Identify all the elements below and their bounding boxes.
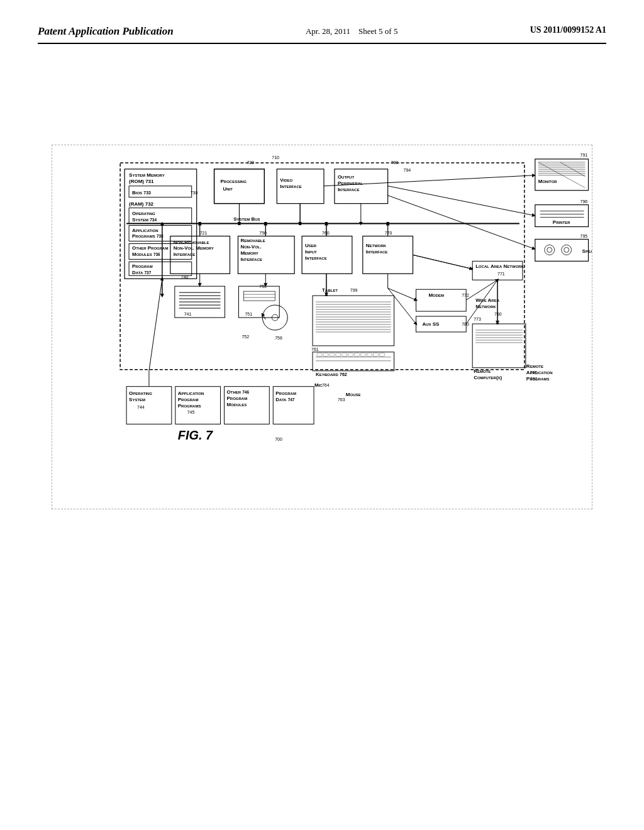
svg-text:Remote: Remote [526, 363, 543, 369]
svg-text:Data  737: Data 737 [132, 270, 152, 275]
svg-text:Other Program: Other Program [132, 245, 168, 251]
svg-text:730: 730 [191, 191, 198, 195]
svg-text:790: 790 [391, 160, 399, 165]
svg-text:Wide Area: Wide Area [475, 297, 500, 303]
svg-text:System  734: System 734 [132, 217, 157, 223]
svg-point-21 [545, 245, 555, 255]
svg-rect-145 [323, 353, 328, 357]
svg-text:Interface: Interface [280, 184, 302, 189]
svg-text:Bios    733: Bios 733 [132, 190, 151, 196]
svg-text:Non-Vol.: Non-Vol. [240, 244, 261, 250]
svg-text:751: 751 [245, 312, 252, 316]
svg-line-72 [388, 196, 534, 249]
svg-text:Removable: Removable [240, 238, 265, 243]
svg-text:Data  747: Data 747 [275, 397, 295, 402]
svg-text:Modules: Modules [227, 402, 247, 407]
svg-text:799: 799 [350, 288, 358, 292]
svg-text:Interface: Interface [240, 257, 262, 262]
svg-text:Application: Application [132, 228, 158, 233]
svg-text:System: System [129, 397, 145, 402]
svg-rect-144 [317, 353, 322, 357]
svg-text:721: 721 [200, 231, 208, 235]
svg-line-11 [560, 162, 586, 177]
svg-text:Remote: Remote [474, 368, 491, 374]
svg-text:Operating: Operating [132, 211, 155, 216]
svg-text:Video: Video [280, 177, 292, 183]
patent-diagram: text { font-family: Arial, sans-serif; f… [52, 145, 592, 509]
svg-text:791: 791 [580, 153, 588, 157]
svg-text:Non-Removable: Non-Removable [174, 240, 209, 245]
svg-text:760: 760 [322, 231, 330, 235]
page-header: Patent Application Publication Apr. 28, … [38, 25, 606, 44]
svg-text:Program: Program [178, 397, 199, 402]
svg-text:710: 710 [272, 155, 279, 160]
svg-rect-151 [361, 353, 366, 357]
svg-text:Unit: Unit [223, 186, 233, 192]
svg-text:744: 744 [137, 405, 145, 409]
svg-line-169 [388, 288, 416, 324]
svg-text:(ROM)  731: (ROM) 731 [129, 179, 154, 184]
svg-text:755: 755 [259, 284, 267, 289]
svg-text:Interface: Interface [366, 249, 388, 255]
svg-text:Speakers: Speakers [582, 248, 592, 254]
svg-point-24 [564, 247, 569, 252]
svg-text:Network: Network [366, 243, 387, 248]
svg-text:Application: Application [526, 370, 553, 375]
publication-number: US 2011/0099152 A1 [530, 25, 606, 35]
sheet-info: Sheet 5 of 5 [358, 26, 397, 36]
svg-text:Programs: Programs [526, 376, 550, 382]
svg-text:720: 720 [247, 160, 254, 165]
svg-text:780: 780 [462, 322, 469, 326]
svg-text:Tablet: Tablet [322, 287, 338, 293]
svg-text:741: 741 [184, 312, 192, 316]
svg-text:794: 794 [404, 168, 411, 172]
svg-text:780: 780 [494, 312, 502, 316]
svg-rect-152 [367, 353, 372, 357]
svg-text:(RAM) 732: (RAM) 732 [129, 201, 154, 207]
svg-rect-148 [342, 353, 347, 357]
svg-text:700: 700 [275, 437, 282, 441]
svg-text:Program: Program [132, 263, 153, 269]
publication-title: Patent Application Publication [38, 25, 174, 38]
svg-text:Processing: Processing [221, 179, 247, 184]
svg-text:Non-Vol. Memory: Non-Vol. Memory [174, 245, 214, 251]
svg-rect-146 [330, 353, 335, 357]
svg-text:752: 752 [242, 335, 249, 339]
svg-line-122 [262, 314, 265, 319]
svg-text:Modem: Modem [428, 292, 444, 298]
svg-text:FIG. 7: FIG. 7 [178, 428, 213, 442]
publication-date-sheet: Apr. 28, 2011 Sheet 5 of 5 [306, 25, 398, 38]
svg-text:Modules  736: Modules 736 [132, 252, 160, 257]
svg-line-174 [413, 255, 472, 268]
svg-text:Interface: Interface [338, 187, 360, 192]
svg-rect-180 [472, 324, 526, 368]
svg-text:Mouse: Mouse [346, 392, 361, 397]
svg-text:796: 796 [580, 199, 588, 204]
svg-text:764: 764 [322, 383, 330, 387]
svg-text:740: 740 [181, 275, 189, 279]
svg-text:Program: Program [227, 396, 248, 401]
svg-text:Output: Output [338, 174, 355, 180]
svg-text:Other 746: Other 746 [227, 389, 250, 395]
svg-text:773: 773 [474, 317, 481, 321]
svg-text:Interface: Interface [174, 252, 196, 257]
svg-text:Keyboard 762: Keyboard 762 [316, 372, 347, 377]
svg-text:Program: Program [275, 390, 296, 396]
svg-rect-26 [120, 163, 525, 370]
svg-rect-149 [348, 353, 353, 357]
svg-text:Application: Application [178, 390, 204, 396]
svg-rect-153 [374, 353, 379, 357]
svg-text:771: 771 [497, 272, 505, 276]
publication-date: Apr. 28, 2011 [306, 26, 350, 36]
svg-rect-47 [214, 169, 265, 204]
diagram-container: text { font-family: Arial, sans-serif; f… [52, 145, 592, 509]
svg-line-168 [388, 288, 416, 300]
svg-text:System Bus: System Bus [233, 216, 260, 222]
svg-point-23 [562, 245, 572, 255]
svg-rect-20 [535, 239, 589, 261]
svg-text:Network: Network [475, 304, 496, 309]
svg-text:Computer(s): Computer(s) [474, 375, 502, 380]
svg-rect-147 [336, 353, 341, 357]
svg-text:795: 795 [580, 234, 588, 238]
svg-text:Programs  735: Programs 735 [132, 233, 164, 239]
